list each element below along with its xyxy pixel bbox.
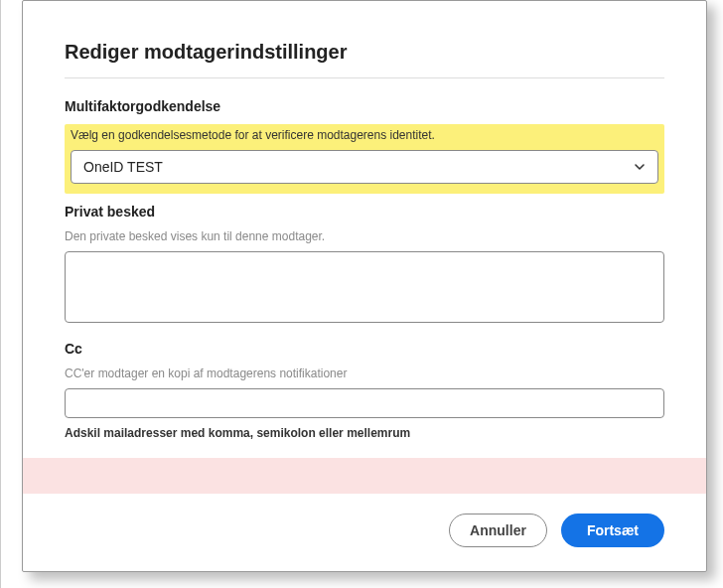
edit-recipient-settings-modal: Rediger modtagerindstillinger Multifakto… [22, 0, 707, 572]
cc-helper: CC'er modtager en kopi af modtagerens no… [65, 367, 664, 380]
mfa-header: Multifaktorgodkendelse [65, 98, 664, 114]
mfa-selected-value: OneID TEST [83, 159, 634, 175]
private-message-header: Privat besked [65, 204, 664, 220]
mfa-highlight: Vælg en godkendelsesmetode for at verifi… [65, 124, 664, 194]
mfa-section: Multifaktorgodkendelse Vælg en godkendel… [65, 98, 664, 194]
private-message-helper: Den private besked vises kun til denne m… [65, 229, 664, 243]
mfa-method-select[interactable]: OneID TEST [71, 150, 658, 184]
modal-title: Rediger modtagerindstillinger [65, 41, 664, 78]
cc-input[interactable] [65, 388, 664, 418]
modal-footer: Annuller Fortsæt [65, 494, 664, 547]
cc-section: Cc CC'er modtager en kopi af modtagerens… [65, 341, 664, 440]
mfa-helper: Vælg en godkendelsesmetode for at verifi… [71, 128, 658, 142]
cancel-button[interactable]: Annuller [449, 514, 547, 547]
continue-button[interactable]: Fortsæt [561, 514, 664, 547]
cc-header: Cc [65, 341, 664, 357]
private-message-input[interactable] [65, 251, 664, 323]
chevron-down-icon [634, 161, 646, 173]
cc-hint: Adskil mailadresser med komma, semikolon… [65, 426, 664, 440]
alert-band [23, 458, 706, 494]
private-message-section: Privat besked Den private besked vises k… [65, 204, 664, 327]
